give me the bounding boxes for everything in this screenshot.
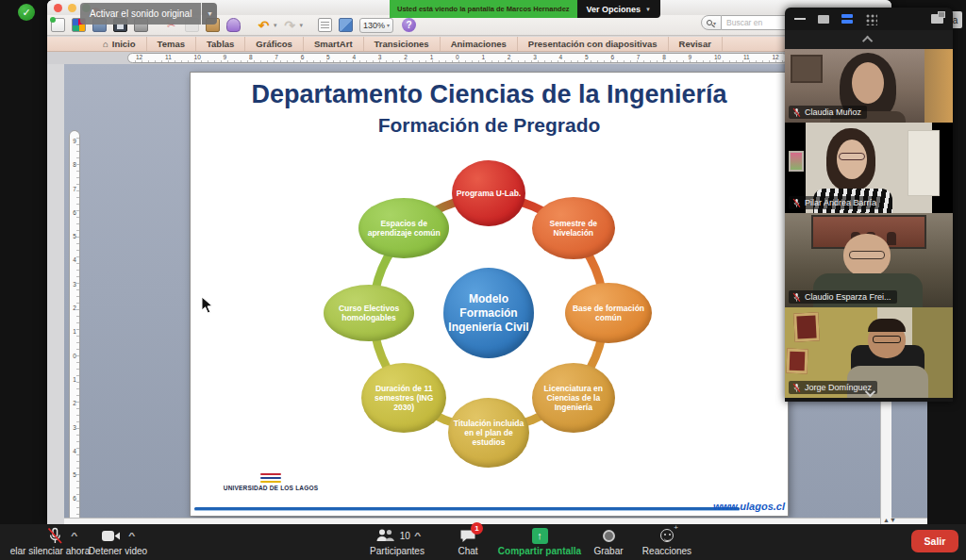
powerpoint-window: ✂↶▾↷▾ 130%▾ ? ⌂InicioTemasTablasGráficos… [47, 0, 891, 525]
help-icon[interactable]: ? [402, 18, 416, 32]
ruler-row: 1211109876543210123456789101112 [47, 52, 891, 64]
diagram-bubble: Espacios de aprendizaje común [358, 198, 449, 258]
chevron-up-icon[interactable]: ^ [414, 531, 421, 540]
tab-inicio[interactable]: ⌂Inicio [92, 37, 147, 51]
chevron-up-icon[interactable]: ^ [71, 531, 77, 540]
record-icon [603, 530, 615, 542]
chat-button[interactable]: 1 Chat [443, 527, 492, 556]
scrollbar-arrows[interactable]: ▲▼ [883, 518, 891, 523]
chevron-up-icon[interactable]: ^ [128, 531, 135, 540]
tab-temas[interactable]: Temas [147, 37, 196, 51]
plus-icon: + [674, 523, 678, 532]
search-icon [707, 20, 712, 25]
zoom-level-select[interactable]: 130%▾ [359, 18, 393, 33]
university-logo: UNIVERSIDAD DE LOS LAGOS [219, 471, 323, 491]
diagram-bubble: Duración de 11 semestres (ING 2030) [361, 363, 446, 433]
diagram-bubble: Licenciatura en Ciencias de la Ingenierí… [532, 363, 615, 433]
screen-share-banner: Usted está viendo la pantalla de Marcos … [390, 0, 660, 18]
view-options-button[interactable]: Ver Opciones▼ [577, 0, 660, 18]
participants-count: 10 [400, 531, 410, 541]
diagram-bubble: Semestre de Nivelación [532, 197, 615, 259]
minimize-panel-icon[interactable] [794, 18, 806, 20]
camera-icon [101, 529, 122, 543]
mic-muted-icon [45, 527, 64, 545]
scroll-up-videos[interactable] [785, 30, 953, 49]
new-document-icon[interactable] [51, 18, 65, 32]
tab-presentaci-n-con-diapositivas[interactable]: Presentación con diapositivas [518, 37, 669, 51]
participant-name: Claudio Esparza Frei... [805, 292, 891, 302]
undo-icon[interactable]: ↶ [257, 18, 271, 32]
participants-button[interactable]: 10 ^ Participantes [357, 527, 438, 556]
close-window-button[interactable] [54, 4, 62, 12]
video-tile[interactable]: Claudio Esparza Frei... [785, 213, 953, 307]
scroll-down-videos[interactable] [785, 385, 953, 402]
reactions-button[interactable]: + Reacciones [638, 527, 696, 556]
slide-footer-line [194, 507, 740, 510]
single-view-icon[interactable] [818, 15, 829, 24]
original-sound-button[interactable]: Activar el sonido original▼ [80, 3, 217, 25]
vertical-ruler: 9876543210123456789 [69, 130, 80, 560]
home-icon: ⌂ [103, 39, 108, 49]
video-panel: Claudia Muñoz Pilar Andrea Barría Claudi… [785, 8, 953, 402]
security-shield-icon[interactable]: ✓ [18, 4, 35, 21]
tab-tablas[interactable]: Tablas [196, 37, 245, 51]
horizontal-ruler: 1211109876543210123456789101112 [127, 53, 788, 63]
diagram-center-bubble: Modelo Formación Ingeniería Civil [443, 268, 534, 358]
share-screen-button[interactable]: ↑ Compartir pantalla [492, 527, 587, 556]
tab-revisar[interactable]: Revisar [669, 37, 723, 51]
logo-wave-yellow [260, 481, 281, 484]
diagram-bubble: Programa U-Lab. [452, 160, 525, 226]
video-tile[interactable]: Pilar Andrea Barría [785, 123, 953, 213]
chevron-down-icon: ▼ [645, 7, 651, 12]
ppt-ribbon-tabs: ⌂InicioTemasTablasGráficosSmartArtTransi… [47, 37, 891, 52]
logo-wave-red [260, 473, 281, 476]
participant-name: Claudia Muñoz [805, 107, 861, 117]
mouse-cursor [201, 296, 213, 314]
diagram-bubble: Curso Electivos homologables [324, 285, 414, 341]
slide[interactable]: Departamento Ciencias de la Ingeniería F… [190, 72, 789, 517]
format-icon[interactable] [226, 18, 241, 32]
tab-gr-ficos[interactable]: Gráficos [245, 37, 304, 51]
mic-muted-icon [792, 107, 801, 118]
redo-icon[interactable]: ↷ [283, 18, 297, 32]
video-tile[interactable]: Claudia Muñoz [785, 49, 953, 123]
logo-text: UNIVERSIDAD DE LOS LAGOS [219, 485, 323, 491]
media-browser-icon[interactable] [339, 18, 353, 32]
participants-icon [375, 528, 395, 543]
minimize-window-button[interactable] [68, 4, 76, 12]
stop-video-button[interactable]: ^ Detener video [79, 527, 157, 556]
zoom-control-bar: ^ elar silenciar ahora ^ Detener video 1… [0, 524, 966, 560]
website-url: www.ulagos.cl [713, 501, 785, 512]
strip-view-icon[interactable] [841, 14, 853, 24]
tab-transiciones[interactable]: Transiciones [364, 37, 441, 51]
document-layout-icon[interactable] [318, 18, 332, 32]
search-box[interactable]: ▾ Buscar en [701, 15, 795, 30]
tab-animaciones[interactable]: Animaciones [441, 37, 518, 51]
leave-meeting-button[interactable]: Salir [911, 530, 958, 552]
participant-name: Pilar Andrea Barría [805, 198, 876, 207]
logo-wave-blue [260, 477, 281, 480]
mic-muted-icon [792, 198, 801, 208]
diagram-bubble: Titulación incluida en el plan de estudi… [448, 398, 529, 468]
tab-smartart[interactable]: SmartArt [304, 37, 364, 51]
zoom-meeting-screen: ✂↶▾↷▾ 130%▾ ? ⌂InicioTemasTablasGráficos… [0, 0, 966, 560]
cycle-diagram: Modelo Formación Ingeniería Civil Progra… [191, 73, 788, 516]
chat-badge: 1 [471, 522, 483, 535]
gallery-view-icon[interactable] [865, 13, 877, 25]
chevron-down-icon[interactable]: ▼ [202, 3, 217, 25]
diagram-bubble: Base de formación común [565, 283, 652, 343]
popout-panel-icon[interactable] [931, 14, 943, 24]
share-screen-icon: ↑ [532, 528, 548, 544]
mic-muted-icon [792, 292, 801, 303]
record-button[interactable]: Grabar [585, 527, 632, 556]
video-panel-header [785, 8, 953, 30]
reactions-icon [660, 529, 674, 542]
